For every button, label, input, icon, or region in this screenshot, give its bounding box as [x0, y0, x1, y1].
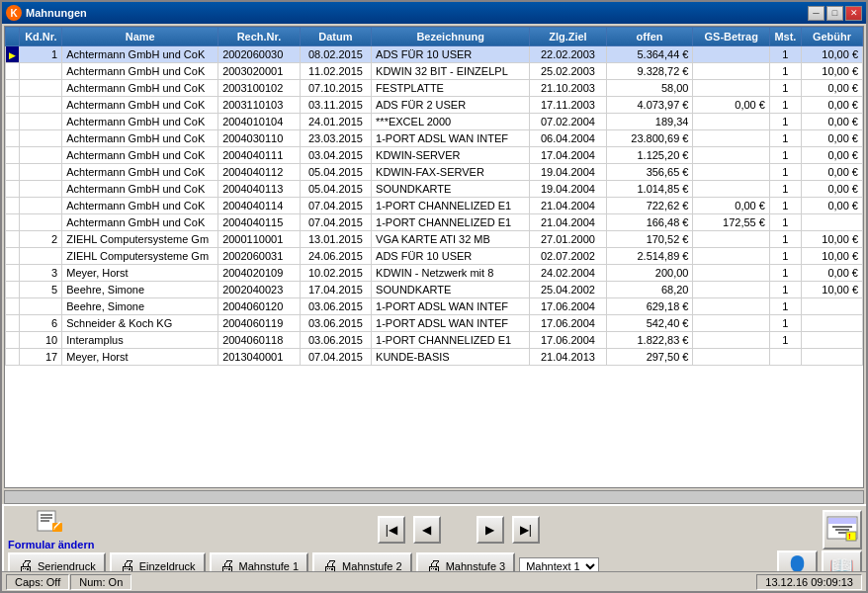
cell-datum: 08.02.2015: [300, 46, 371, 63]
cell-ziel: 25.02.2003: [530, 63, 606, 80]
table-row[interactable]: 3Meyer, Horst200402010910.02.2015KDWIN -…: [6, 265, 863, 282]
table-row[interactable]: Achtermann GmbH und CoK200311010303.11.2…: [6, 97, 863, 114]
col-mst-header[interactable]: Mst.: [769, 28, 801, 46]
data-table: Kd.Nr. Name Rech.Nr. Datum Bezeichnung Z…: [5, 27, 863, 366]
col-geb-header[interactable]: Gebühr: [801, 28, 862, 46]
table-row[interactable]: Achtermann GmbH und CoK200404011507.04.2…: [6, 214, 863, 231]
table-row[interactable]: Achtermann GmbH und CoK200404011103.04.2…: [6, 147, 863, 164]
nav-prev-button[interactable]: ◀: [413, 516, 441, 544]
cell-bez: SOUNDKARTE: [372, 181, 530, 198]
filter-icon: !: [826, 516, 858, 544]
table-row[interactable]: 2ZIEHL Computersysteme Gm200011000113.01…: [6, 231, 863, 248]
minimize-button[interactable]: ─: [808, 6, 825, 21]
table-row[interactable]: Achtermann GmbH und CoK200401010424.01.2…: [6, 114, 863, 130]
cell-datum: 03.04.2015: [300, 147, 371, 164]
cell-datum: 13.01.2015: [300, 231, 371, 248]
cell-datum: 07.04.2015: [300, 349, 371, 366]
cell-datum: 05.04.2015: [300, 181, 371, 198]
caps-status: Caps: Off: [6, 574, 69, 590]
toolbar: Formular ändern |◀ ◀ ▶ ▶|: [2, 504, 866, 571]
cell-rechn: 2004040115: [218, 214, 301, 231]
cell-bez: SOUNDKARTE: [372, 282, 530, 298]
table-row[interactable]: Achtermann GmbH und CoK200404011407.04.2…: [6, 198, 863, 214]
cell-gs: 0,00 €: [693, 198, 769, 214]
table-row[interactable]: 17Meyer, Horst201304000107.04.2015KUNDE-…: [6, 349, 863, 366]
cell-kdnr: [20, 198, 62, 214]
close-button[interactable]: ✕: [845, 6, 862, 21]
cell-geb: 0,00 €: [801, 114, 862, 130]
cell-ziel: 19.04.2004: [530, 181, 606, 198]
cell-rechn: 2004030110: [218, 130, 301, 147]
table-row[interactable]: Achtermann GmbH und CoK200302000111.02.2…: [6, 63, 863, 80]
cell-datum: 03.06.2015: [300, 298, 371, 315]
cell-geb: 0,00 €: [801, 80, 862, 97]
col-bez-header[interactable]: Bezeichnung: [372, 28, 530, 46]
filter-button[interactable]: !: [823, 510, 862, 550]
cell-mst: 1: [769, 282, 801, 298]
cell-geb: 0,00 €: [801, 147, 862, 164]
cell-mst: 1: [769, 97, 801, 114]
col-name-header[interactable]: Name: [62, 28, 218, 46]
formular-button[interactable]: Formular ändern: [8, 509, 94, 551]
col-offen-header[interactable]: offen: [606, 28, 693, 46]
col-datum-header[interactable]: Datum: [300, 28, 371, 46]
table-row[interactable]: Achtermann GmbH und CoK200404011205.04.2…: [6, 164, 863, 181]
cell-geb: 10,00 €: [801, 282, 862, 298]
nav-first-button[interactable]: |◀: [378, 516, 405, 544]
maximize-button[interactable]: □: [826, 6, 843, 21]
cell-rechn: 2002060031: [218, 248, 301, 265]
cell-name: Achtermann GmbH und CoK: [62, 164, 218, 181]
cell-offen: 23.800,69 €: [606, 130, 693, 147]
svg-rect-8: [828, 518, 856, 524]
cell-gs: [693, 46, 769, 63]
table-row[interactable]: ▶1Achtermann GmbH und CoK200206003008.02…: [6, 46, 863, 63]
cell-datum: 03.11.2015: [300, 97, 371, 114]
col-gs-header[interactable]: GS-Betrag: [693, 28, 769, 46]
cell-geb: 10,00 €: [801, 248, 862, 265]
cell-name: Achtermann GmbH und CoK: [62, 97, 218, 114]
cell-mst: 1: [769, 63, 801, 80]
cell-geb: 10,00 €: [801, 63, 862, 80]
cell-kdnr: [20, 97, 62, 114]
table-row[interactable]: 10Interamplus200406011803.06.20151-PORT …: [6, 332, 863, 349]
cell-bez: KDWIN 32 BIT - EINZELPL: [372, 63, 530, 80]
table-row[interactable]: 6Schneider & Koch KG200406011903.06.2015…: [6, 315, 863, 332]
cell-kdnr: [20, 298, 62, 315]
cell-name: Achtermann GmbH und CoK: [62, 214, 218, 231]
col-rechn-header[interactable]: Rech.Nr.: [218, 28, 301, 46]
cell-name: Schneider & Koch KG: [62, 315, 218, 332]
cell-ziel: 17.06.2004: [530, 298, 606, 315]
nav-next-button[interactable]: ▶: [477, 516, 504, 544]
row-indicator: ▶: [6, 46, 20, 63]
horizontal-scrollbar[interactable]: [4, 490, 864, 504]
col-ziel-header[interactable]: Zlg.Ziel: [530, 28, 606, 46]
cell-ziel: 19.04.2004: [530, 164, 606, 181]
cell-name: Beehre, Simone: [62, 298, 218, 315]
col-kdnr-header[interactable]: Kd.Nr.: [20, 28, 62, 46]
cell-kdnr: [20, 130, 62, 147]
cell-datum: 07.04.2015: [300, 214, 371, 231]
cell-offen: 200,00: [606, 265, 693, 282]
cell-mst: 1: [769, 181, 801, 198]
cell-name: Achtermann GmbH und CoK: [62, 147, 218, 164]
cell-ziel: 07.02.2004: [530, 114, 606, 130]
cell-name: Beehre, Simone: [62, 282, 218, 298]
row-indicator: [6, 315, 20, 332]
table-row[interactable]: ZIEHL Computersysteme Gm200206003124.06.…: [6, 248, 863, 265]
cell-gs: [693, 298, 769, 315]
cell-geb: [801, 315, 862, 332]
table-row[interactable]: 5Beehre, Simone200204002317.04.2015SOUND…: [6, 282, 863, 298]
table-row[interactable]: Beehre, Simone200406012003.06.20151-PORT…: [6, 298, 863, 315]
cell-name: ZIEHL Computersysteme Gm: [62, 248, 218, 265]
nav-last-button[interactable]: ▶|: [512, 516, 540, 544]
cell-bez: 1-PORT CHANNELIZED E1: [372, 214, 530, 231]
cell-datum: 03.06.2015: [300, 315, 371, 332]
cell-offen: 2.514,89 €: [606, 248, 693, 265]
cell-datum: 24.06.2015: [300, 248, 371, 265]
table-row[interactable]: Achtermann GmbH und CoK200404011305.04.2…: [6, 181, 863, 198]
table-row[interactable]: Achtermann GmbH und CoK200403011023.03.2…: [6, 130, 863, 147]
data-table-container[interactable]: Kd.Nr. Name Rech.Nr. Datum Bezeichnung Z…: [4, 26, 864, 488]
cell-ziel: 21.04.2004: [530, 198, 606, 214]
table-row[interactable]: Achtermann GmbH und CoK200310010207.10.2…: [6, 80, 863, 97]
cell-rechn: 2004060119: [218, 315, 301, 332]
